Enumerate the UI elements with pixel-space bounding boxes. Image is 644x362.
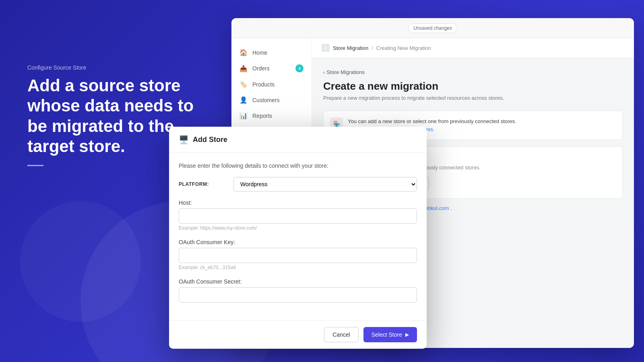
back-arrow: ‹ (323, 69, 325, 75)
select-store-label: Select Store (372, 331, 402, 338)
sidebar-item-home[interactable]: 🏠 Home (231, 45, 312, 60)
sidebar-item-label: Reports (252, 113, 272, 119)
modal-body: Please enter the following details to co… (169, 153, 427, 320)
modal-header: 🖥️ Add Store (169, 127, 427, 153)
left-panel-subtitle: Configure Source Store (27, 64, 208, 71)
oauth-key-hint: Example: ck_eb70...315a6 (179, 265, 417, 270)
sidebar-item-label: Products (252, 81, 275, 88)
back-link-label: Store Migrations (326, 69, 365, 75)
sidebar-item-label: Orders (252, 65, 270, 72)
unsaved-badge: Unsaved changes (408, 23, 457, 33)
host-label: Host: (179, 200, 417, 206)
top-bar: Unsaved changes (231, 18, 634, 38)
breadcrumb-app: Store Migration (333, 45, 368, 51)
sidebar-item-customers[interactable]: 👤 Customers (231, 92, 312, 108)
modal-desc: Please enter the following details to co… (179, 162, 417, 169)
customers-icon: 👤 (239, 96, 248, 104)
oauth-secret-input[interactable] (179, 287, 417, 302)
platform-label: PLATFORM: (179, 181, 227, 187)
oauth-key-label: OAuth Consumer Key: (179, 239, 417, 245)
sidebar-item-orders[interactable]: 📥 Orders 4 (231, 60, 312, 76)
info-text-content: You can add a new store or select one fr… (348, 118, 516, 124)
orders-icon: 📥 (239, 65, 248, 72)
orders-badge: 4 (295, 64, 303, 72)
select-store-button[interactable]: Select Store ▶ (363, 327, 417, 342)
platform-row: PLATFORM: Wordpress Magento WooCommerce … (179, 177, 417, 191)
back-link[interactable]: ‹ Store Migrations (323, 69, 623, 75)
platform-select[interactable]: Wordpress Magento WooCommerce Shopify (233, 177, 417, 191)
add-store-modal: 🖥️ Add Store Please enter the following … (169, 127, 427, 349)
oauth-key-field-group: OAuth Consumer Key: Example: ck_eb70...3… (179, 239, 417, 270)
sidebar-item-reports[interactable]: 📊 Reports (231, 108, 312, 123)
sidebar-item-label: Home (252, 49, 267, 56)
modal-title: Add Store (193, 136, 227, 144)
host-hint: Example: https://www.my-store.com/ (179, 225, 417, 231)
sidebar-item-products[interactable]: 🏷️ Products (231, 76, 312, 92)
page-desc: Prepare a new migration process to migra… (323, 95, 623, 101)
modal-footer: Cancel Select Store ▶ (169, 320, 427, 349)
oauth-key-input[interactable] (179, 248, 417, 263)
breadcrumb-sub: Creating New Migration (376, 45, 431, 51)
cancel-button[interactable]: Cancel (324, 327, 359, 342)
products-icon: 🏷️ (239, 80, 248, 88)
sidebar-item-label: Customers (252, 97, 280, 103)
breadcrumb-separator: / (372, 45, 373, 51)
breadcrumb: ✉️ Store Migration / Creating New Migrat… (312, 38, 634, 58)
left-panel-divider (27, 165, 43, 166)
bg-circle-2 (20, 201, 141, 322)
assistance-suffix: . (450, 205, 452, 211)
select-store-arrow: ▶ (405, 332, 409, 337)
page-heading: Create a new migration (323, 80, 623, 93)
oauth-secret-label: OAuth Consumer Secret: (179, 278, 417, 285)
modal-title-icon: 🖥️ (179, 135, 189, 144)
oauth-secret-field-group: OAuth Consumer Secret: (179, 278, 417, 302)
host-input[interactable] (179, 208, 417, 224)
home-icon: 🏠 (239, 49, 248, 56)
migration-icon: ✉️ (322, 44, 330, 52)
reports-icon: 📊 (239, 112, 248, 119)
host-field-group: Host: Example: https://www.my-store.com/ (179, 200, 417, 231)
